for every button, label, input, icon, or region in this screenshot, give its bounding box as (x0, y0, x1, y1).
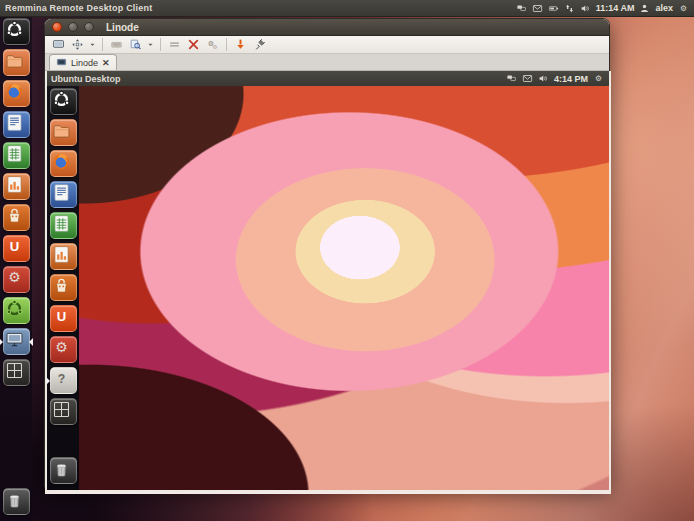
mail-icon[interactable] (532, 3, 543, 14)
launcher-item-libreoffice-impress[interactable] (47, 241, 79, 272)
remote-session-menu[interactable]: ⚙ (593, 73, 604, 84)
window-titlebar[interactable]: Linode (45, 19, 609, 36)
ubuntu-one-icon: U (51, 306, 76, 331)
launcher-item-workspace-switcher[interactable] (47, 396, 79, 427)
tab-label[interactable]: Linode (71, 58, 98, 68)
home-folder-icon (51, 120, 76, 145)
toolbar-disconnect-button[interactable] (252, 37, 267, 52)
window-minimize-button[interactable] (68, 22, 78, 32)
toolbar-scaled-mode-button[interactable] (167, 37, 182, 52)
host-username[interactable]: alex (655, 3, 673, 13)
tab-close-icon[interactable]: ✕ (102, 58, 110, 68)
ubuntu-green-icon (4, 298, 29, 323)
focused-arrow-icon (29, 338, 33, 346)
toolbar-separator (226, 38, 227, 51)
remote-desktop-view[interactable]: Ubuntu Desktop 4:14 PM ⚙ U⚙? (45, 71, 611, 494)
tab-linode[interactable]: Linode ✕ (49, 54, 117, 70)
remote-wallpaper[interactable] (79, 86, 609, 490)
host-clock[interactable]: 11:14 AM (596, 3, 635, 13)
toolbar-scale-button[interactable] (70, 37, 85, 52)
launcher-item-firefox[interactable] (47, 148, 79, 179)
caret-down-icon[interactable] (147, 37, 154, 52)
toolbar-fullscreen-button[interactable] (51, 37, 66, 52)
workspace-switcher-icon (4, 360, 29, 385)
libreoffice-writer-icon (51, 182, 76, 207)
desktop: Remmina Remote Desktop Client 11:14 AM a… (0, 0, 694, 521)
toolbar-gears-button[interactable]: ⚙⚙ (205, 37, 220, 52)
launcher-item-ubuntu-one[interactable]: U (47, 303, 79, 334)
remote-launcher: U⚙? (47, 86, 79, 490)
window-title: Linode (106, 22, 139, 33)
launcher-item-trash[interactable] (47, 455, 79, 486)
remote-top-panel[interactable]: Ubuntu Desktop 4:14 PM ⚙ (47, 71, 609, 86)
window-maximize-button[interactable] (84, 22, 94, 32)
libreoffice-writer-icon (4, 112, 29, 137)
launcher-item-home-folder[interactable] (0, 47, 32, 78)
volume-icon[interactable] (538, 73, 549, 84)
launcher-item-ubuntu-green[interactable] (0, 295, 32, 326)
network-icon[interactable] (506, 73, 517, 84)
launcher-item-firefox[interactable] (0, 78, 32, 109)
battery-icon[interactable] (548, 3, 559, 14)
trash-icon (51, 458, 76, 483)
launcher-item-system-settings[interactable]: ⚙ (0, 264, 32, 295)
launcher-item-libreoffice-impress[interactable] (0, 171, 32, 202)
svg-text:⚙: ⚙ (680, 4, 687, 13)
launcher-item-dash-home[interactable] (47, 86, 79, 117)
svg-text:⚙: ⚙ (595, 74, 602, 83)
session-gear-icon[interactable]: ⚙ (678, 3, 689, 14)
trash-icon (4, 489, 29, 514)
svg-text:⚙: ⚙ (213, 44, 218, 50)
launcher-item-system-settings[interactable]: ⚙ (47, 334, 79, 365)
volume-icon[interactable] (580, 3, 591, 14)
remote-clock[interactable]: 4:14 PM (554, 74, 588, 84)
system-settings-icon: ⚙ (51, 337, 76, 362)
host-session-menu[interactable]: ⚙ (678, 3, 689, 14)
firefox-icon (4, 81, 29, 106)
mail-icon[interactable] (522, 73, 533, 84)
toolbar-separator (160, 38, 161, 51)
launcher-item-dash-home[interactable] (0, 16, 32, 47)
svg-text:U: U (56, 309, 65, 324)
launcher-item-libreoffice-writer[interactable] (0, 109, 32, 140)
host-indicator-tray (516, 3, 591, 14)
firefox-icon (51, 151, 76, 176)
user-icon (639, 3, 650, 14)
launcher-item-ubuntu-one[interactable]: U (0, 233, 32, 264)
running-pip-icon (0, 338, 3, 346)
host-launcher: U⚙ (0, 16, 32, 521)
launcher-item-home-folder[interactable] (47, 117, 79, 148)
host-top-panel: Remmina Remote Desktop Client 11:14 AM a… (0, 0, 694, 17)
session-gear-icon[interactable]: ⚙ (593, 73, 604, 84)
toolbar-screenshot-button[interactable] (128, 37, 143, 52)
launcher-item-libreoffice-calc[interactable] (0, 140, 32, 171)
launcher-item-remmina[interactable] (0, 326, 32, 357)
launcher-item-software-center[interactable] (47, 272, 79, 303)
software-center-icon (4, 205, 29, 230)
launcher-item-libreoffice-calc[interactable] (47, 210, 79, 241)
caret-down-icon[interactable] (89, 37, 96, 52)
remmina-icon (4, 329, 29, 354)
svg-text:U: U (9, 239, 18, 254)
remmina-window: Linode ⚙⚙ Linode ✕ Ubuntu Desktop 4:14 P… (44, 18, 610, 488)
software-center-icon (51, 275, 76, 300)
svg-text:⚙: ⚙ (8, 269, 21, 285)
libreoffice-impress-icon (4, 174, 29, 199)
svg-text:?: ? (57, 372, 64, 386)
network-icon[interactable] (516, 3, 527, 14)
window-close-button[interactable] (52, 22, 62, 32)
launcher-item-workspace-switcher[interactable] (0, 357, 32, 388)
dash-home-icon (51, 89, 76, 114)
sync-arrows-icon[interactable] (564, 3, 575, 14)
dash-home-icon (4, 19, 29, 44)
system-settings-icon: ⚙ (4, 267, 29, 292)
ubuntu-one-icon: U (4, 236, 29, 261)
launcher-item-help[interactable]: ? (47, 365, 79, 396)
host-user-menu[interactable]: alex (639, 3, 673, 14)
launcher-item-libreoffice-writer[interactable] (47, 179, 79, 210)
toolbar-grab-keyboard-button[interactable] (109, 37, 124, 52)
toolbar-import-button[interactable] (233, 37, 248, 52)
launcher-item-software-center[interactable] (0, 202, 32, 233)
toolbar-tools-button[interactable] (186, 37, 201, 52)
launcher-item-trash[interactable] (0, 486, 32, 517)
